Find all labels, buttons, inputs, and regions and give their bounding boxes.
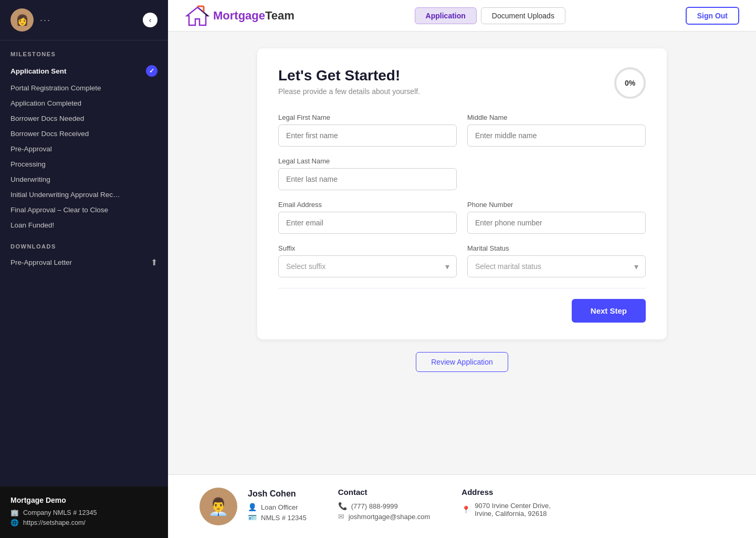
sidebar-footer: Mortgage Demo 🏢 Company NMLS # 12345 🌐 h… xyxy=(0,487,168,538)
marital-group: Marital Status Select marital status Sin… xyxy=(467,244,646,277)
suffix-select[interactable]: Select suffix Jr.Sr.IIIIIIIVV xyxy=(278,255,457,277)
suffix-select-wrapper: Select suffix Jr.Sr.IIIIIIIVV ▾ xyxy=(278,255,457,277)
marital-select-wrapper: Select marital status SingleMarriedDivor… xyxy=(467,255,646,277)
avatar: 👩 xyxy=(10,8,34,32)
phone-row: 📞 (777) 888-9999 xyxy=(338,502,430,510)
logo-text: MortgageTeam xyxy=(213,9,295,23)
form-title-section: Let's Get Started! Please provide a few … xyxy=(278,67,420,96)
next-step-row: Next Step xyxy=(278,288,646,323)
form-subtitle: Please provide a few details about yours… xyxy=(278,87,420,96)
sidebar-item-initial-underwriting[interactable]: Initial Underwriting Approval Rec… xyxy=(0,187,168,202)
person-title-row: 👤 Loan Officer xyxy=(248,503,307,511)
download-icon: ⬆ xyxy=(151,257,158,267)
collapse-button[interactable]: ‹ xyxy=(143,13,158,27)
person-nmls-row: 🪪 NMLS # 12345 xyxy=(248,513,307,522)
sidebar-item-final-approval[interactable]: Final Approval – Clear to Close xyxy=(0,202,168,218)
last-name-label: Legal Last Name xyxy=(278,157,457,165)
footer-avatar: 👨‍💼 xyxy=(200,488,237,525)
last-name-group: Legal Last Name xyxy=(278,157,457,190)
card-icon: 🪪 xyxy=(248,513,257,522)
form-card: Let's Get Started! Please provide a few … xyxy=(257,48,667,339)
sidebar-item-application-sent[interactable]: Application Sent ✓ xyxy=(0,61,168,80)
downloads-section: DOWNLOADS Pre-Approval Letter ⬆ xyxy=(0,233,168,275)
middle-name-input[interactable] xyxy=(467,125,646,147)
sign-out-button[interactable]: Sign Out xyxy=(686,7,739,25)
logo-icon xyxy=(185,5,210,26)
email-group: Email Address xyxy=(278,201,457,234)
globe-icon: 🌐 xyxy=(10,519,19,526)
footer-person: 👨‍💼 Josh Cohen 👤 Loan Officer 🪪 NMLS # 1… xyxy=(200,488,307,525)
address-line2: Irvine, California, 92618 xyxy=(475,510,547,518)
tab-application[interactable]: Application xyxy=(415,7,477,24)
sidebar: 👩 ··· ‹ MILESTONES Application Sent ✓ Po… xyxy=(0,0,168,538)
milestones-label: MILESTONES xyxy=(0,40,168,61)
person-icon: 👤 xyxy=(248,503,257,511)
sidebar-header: 👩 ··· ‹ xyxy=(0,0,168,40)
person-title: Loan Officer xyxy=(261,503,298,511)
marital-label: Marital Status xyxy=(467,244,646,252)
address-line1: 9070 Irvine Center Drive, xyxy=(475,502,551,510)
contact-phone: (777) 888-9999 xyxy=(351,502,398,510)
progress-circle: 0% xyxy=(614,67,646,99)
footer-person-info: Josh Cohen 👤 Loan Officer 🪪 NMLS # 12345 xyxy=(248,489,307,524)
sidebar-item-pre-approval[interactable]: Pre-Approval xyxy=(0,141,168,157)
sidebar-item-processing[interactable]: Processing xyxy=(0,157,168,172)
review-btn-wrapper: Review Application xyxy=(189,352,735,372)
content-area: Let's Get Started! Please provide a few … xyxy=(168,32,756,474)
person-name: Josh Cohen xyxy=(248,489,307,499)
building-icon: 🏢 xyxy=(10,509,19,516)
contact-heading: Contact xyxy=(338,488,430,496)
download-pre-approval-letter[interactable]: Pre-Approval Letter ⬆ xyxy=(10,254,158,271)
contact-email: joshmortgage@shape.com xyxy=(349,513,430,521)
downloads-label: DOWNLOADS xyxy=(10,243,158,254)
phone-input[interactable] xyxy=(467,212,646,234)
company-name: Mortgage Demo xyxy=(10,496,158,504)
review-application-button[interactable]: Review Application xyxy=(416,352,508,372)
form-header: Let's Get Started! Please provide a few … xyxy=(278,67,646,99)
first-name-input[interactable] xyxy=(278,125,457,147)
suffix-marital-row: Suffix Select suffix Jr.Sr.IIIIIIIVV ▾ M… xyxy=(278,244,646,277)
sidebar-item-portal-registration[interactable]: Portal Registration Complete xyxy=(0,80,168,96)
address-section: Address 📍 9070 Irvine Center Drive, Irvi… xyxy=(461,488,551,520)
email-icon: ✉ xyxy=(338,512,344,521)
phone-icon: 📞 xyxy=(338,502,347,510)
form-title: Let's Get Started! xyxy=(278,67,420,84)
sidebar-item-loan-funded[interactable]: Loan Funded! xyxy=(0,218,168,233)
milestones-list: Application Sent ✓ Portal Registration C… xyxy=(0,61,168,233)
company-website-row: 🌐 https://setshape.com/ xyxy=(10,519,158,526)
email-row: ✉ joshmortgage@shape.com xyxy=(338,512,430,521)
first-name-group: Legal First Name xyxy=(278,113,457,147)
header-nav: Application Document Uploads xyxy=(415,7,565,24)
name-row: Legal First Name Middle Name xyxy=(278,113,646,147)
footer-bar: 👨‍💼 Josh Cohen 👤 Loan Officer 🪪 NMLS # 1… xyxy=(168,474,756,538)
sidebar-item-underwriting[interactable]: Underwriting xyxy=(0,172,168,187)
email-phone-row: Email Address Phone Number xyxy=(278,201,646,234)
sidebar-item-borrower-docs-received[interactable]: Borrower Docs Received xyxy=(0,126,168,141)
next-step-button[interactable]: Next Step xyxy=(572,299,646,323)
logo: MortgageTeam xyxy=(185,5,295,26)
check-icon: ✓ xyxy=(146,65,158,77)
person-nmls: NMLS # 12345 xyxy=(261,514,307,522)
header: MortgageTeam Application Document Upload… xyxy=(168,0,756,32)
tab-document-uploads[interactable]: Document Uploads xyxy=(481,7,565,24)
location-icon: 📍 xyxy=(461,505,470,514)
company-nmls-row: 🏢 Company NMLS # 12345 xyxy=(10,509,158,516)
main-content: MortgageTeam Application Document Upload… xyxy=(168,0,756,538)
options-dots[interactable]: ··· xyxy=(40,15,136,26)
marital-select[interactable]: Select marital status SingleMarriedDivor… xyxy=(467,255,646,277)
address-heading: Address xyxy=(461,488,551,496)
sidebar-item-application-completed[interactable]: Application Completed xyxy=(0,96,168,111)
email-label: Email Address xyxy=(278,201,457,209)
contact-section: Contact 📞 (777) 888-9999 ✉ joshmortgage@… xyxy=(338,488,430,523)
phone-label: Phone Number xyxy=(467,201,646,209)
sidebar-item-borrower-docs-needed[interactable]: Borrower Docs Needed xyxy=(0,111,168,126)
middle-name-label: Middle Name xyxy=(467,113,646,121)
email-input[interactable] xyxy=(278,212,457,234)
phone-group: Phone Number xyxy=(467,201,646,234)
middle-name-group: Middle Name xyxy=(467,113,646,147)
suffix-label: Suffix xyxy=(278,244,457,252)
suffix-group: Suffix Select suffix Jr.Sr.IIIIIIIVV ▾ xyxy=(278,244,457,277)
last-name-row: Legal Last Name xyxy=(278,157,646,190)
svg-marker-0 xyxy=(187,7,208,25)
last-name-input[interactable] xyxy=(278,168,457,190)
